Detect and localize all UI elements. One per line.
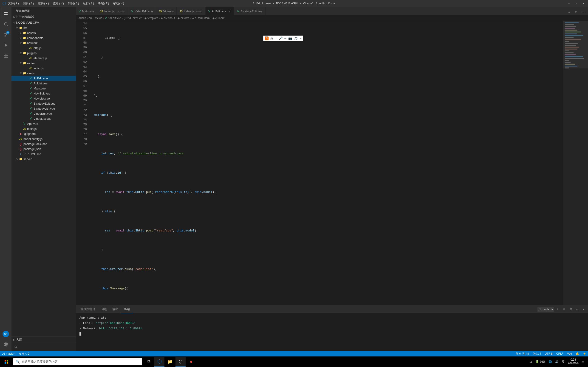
tab-adedit-vue[interactable]: V AdEdit.vue ✕: [206, 7, 234, 15]
ime-scissors-icon[interactable]: ✂: [300, 36, 302, 40]
activity-extensions[interactable]: [1, 51, 10, 60]
menu-run[interactable]: 运行(R): [83, 1, 94, 6]
tab-videoedit-vue[interactable]: V VideoEdit.vue: [128, 7, 156, 15]
tab-video-js[interactable]: JS Video.js: [156, 7, 177, 15]
activity-settings[interactable]: [1, 340, 10, 349]
menu-file[interactable]: 文件(F): [8, 1, 19, 6]
tree-item-gitignore[interactable]: ▷ ◆ .gitignore: [11, 131, 76, 136]
taskbar-chrome[interactable]: ●: [186, 357, 196, 367]
tab-index-router[interactable]: JS index.js ...\router: [97, 7, 128, 15]
tree-item-server[interactable]: ▷ 📁 server: [11, 156, 76, 161]
activity-explorer[interactable]: [1, 9, 10, 18]
taskbar-volume[interactable]: 🔊: [554, 357, 560, 367]
code-editor[interactable]: items: [] } }; }, methods: {: [89, 21, 563, 305]
outline-section[interactable]: ▷ 大纲: [11, 336, 76, 343]
terminal-select[interactable]: 1: node: [537, 307, 554, 312]
status-encoding[interactable]: UTF-8: [543, 351, 554, 357]
status-spaces[interactable]: 空格: 4: [531, 351, 543, 357]
settings-row[interactable]: ⚙: [11, 343, 76, 351]
status-language[interactable]: Vue: [565, 351, 574, 357]
start-button[interactable]: [1, 357, 11, 367]
activity-scm[interactable]: 5K: [1, 30, 10, 40]
ime-mode[interactable]: 英: [270, 36, 273, 40]
taskbar-show-desktop[interactable]: ▭: [580, 357, 586, 367]
tree-item-strategylist[interactable]: ▷ V StrategyList.vue: [11, 106, 76, 111]
split-editor-button[interactable]: ⇔: [566, 9, 572, 15]
tree-item-assets[interactable]: ▷ 📁 assets: [11, 30, 76, 35]
tree-item-app[interactable]: ▷ V App.vue: [11, 121, 76, 126]
breadcrumb-elform[interactable]: el-form: [181, 17, 189, 20]
breadcrumb-views[interactable]: views: [95, 17, 102, 20]
taskbar-network[interactable]: 🌐: [547, 357, 553, 367]
menu-view[interactable]: 查看(V): [53, 1, 64, 6]
activity-search[interactable]: [1, 19, 10, 29]
ime-music-icon[interactable]: 🎵: [294, 36, 298, 40]
tree-item-strategyedit[interactable]: ▷ V StrategyEdit.vue: [11, 101, 76, 106]
taskbar-explorer[interactable]: 📁: [165, 357, 175, 367]
breadcrumb-braces[interactable]: {}: [124, 17, 126, 20]
tree-item-adedit[interactable]: ▷ V AdEdit.vue: [11, 76, 76, 81]
tree-item-src[interactable]: ▽ 📁 src: [11, 25, 76, 30]
taskbar-clock[interactable]: 0:28 2020/4/8: [566, 357, 580, 367]
tree-item-videoedit[interactable]: ▷ V VideoEdit.vue: [11, 111, 76, 116]
panel-close-button[interactable]: ✕: [581, 307, 586, 312]
breadcrumb-divabout[interactable]: div.about: [164, 17, 175, 20]
taskbar-vscode2[interactable]: ⬡: [175, 357, 186, 367]
split-terminal-button[interactable]: ⊟: [561, 307, 567, 312]
taskbar-search[interactable]: 🔍 在这里输入你要搜索的内容: [13, 358, 142, 365]
menu-terminal[interactable]: 终端(T): [98, 1, 109, 6]
panel-tab-problems[interactable]: 问题: [98, 305, 110, 313]
tree-item-http[interactable]: ▷ JS http.js: [11, 45, 76, 50]
ime-camera-icon[interactable]: 📷: [288, 36, 292, 40]
status-line-endings[interactable]: CRLF: [554, 351, 565, 357]
tree-item-router[interactable]: ▽ 📁 router: [11, 60, 76, 66]
tree-item-package[interactable]: ▷ {} package.json: [11, 146, 76, 151]
new-terminal-button[interactable]: +: [555, 307, 561, 312]
tree-item-newedit[interactable]: ▷ V NewEdit.vue: [11, 91, 76, 96]
status-notifications[interactable]: 🔔: [574, 351, 581, 357]
tree-item-plugins[interactable]: ▽ 📁 plugins: [11, 50, 76, 56]
breadcrumb-template[interactable]: template: [147, 17, 158, 20]
panel-tab-output[interactable]: 输出: [110, 305, 121, 313]
close-button[interactable]: ✕: [581, 2, 586, 6]
breadcrumb-elformitem[interactable]: el-form-item: [195, 17, 210, 20]
tree-item-views[interactable]: ▽ 📁 views: [11, 71, 76, 76]
breadcrumb-adeditquote[interactable]: "AdEdit.vue": [127, 17, 142, 20]
tree-item-newlist[interactable]: ▷ V NewList.vue: [11, 96, 76, 101]
ime-mic-icon[interactable]: 🎤: [279, 36, 283, 40]
network-url[interactable]: http://192.168.1.5:8080/: [99, 327, 142, 330]
taskbar-taskview[interactable]: ⧉: [144, 357, 154, 367]
tab-strategyedit-vue[interactable]: V StrategyEdit.vue: [234, 7, 266, 15]
status-position[interactable]: 行 6, 列 48: [514, 351, 531, 357]
taskbar-systray[interactable]: ∧: [529, 357, 534, 367]
taskbar-vscode[interactable]: ⬡: [154, 357, 164, 367]
breadcrumb-admin[interactable]: admin: [78, 17, 86, 20]
tree-item-mainjs[interactable]: ▷ JS main.js: [11, 126, 76, 131]
panel-up-button[interactable]: ∧: [574, 307, 580, 312]
tree-item-packagelock[interactable]: ▷ {} package-lock.json: [11, 141, 76, 146]
breadcrumb-elinput[interactable]: el-input: [216, 17, 225, 20]
tab-index-server[interactable]: JS index.js server: [177, 7, 205, 15]
kill-terminal-button[interactable]: 🗑: [568, 307, 573, 312]
taskbar-battery[interactable]: 🔋 76%: [534, 357, 547, 367]
tree-item-babel[interactable]: ▷ JS babel.config.js: [11, 136, 76, 141]
tree-item-adlist[interactable]: ▷ V AdList.vue: [11, 81, 76, 86]
activity-run[interactable]: [1, 40, 10, 50]
menu-goto[interactable]: 转到(G): [68, 1, 79, 6]
breadcrumb-src[interactable]: src: [89, 17, 93, 20]
more-tabs-button[interactable]: ···: [580, 9, 586, 15]
tree-item-element[interactable]: ▷ JS element.js: [11, 56, 76, 60]
tree-item-readme[interactable]: ▷ ℹ README.md: [11, 151, 76, 156]
open-editors-section[interactable]: ▷ 打开的编辑器: [11, 14, 76, 20]
panel-tab-terminal[interactable]: 终端: [121, 305, 132, 313]
status-errors[interactable]: ⊘ 0 △ 0: [17, 351, 31, 357]
project-section[interactable]: ▽ NODE-VUE-CFM: [11, 20, 76, 25]
tree-item-components[interactable]: ▷ 📁 components: [11, 35, 76, 40]
status-feedback[interactable]: ⚡: [581, 351, 588, 357]
ime-keyboard-icon[interactable]: ⌨: [284, 36, 286, 40]
menu-help[interactable]: 帮助(H): [113, 1, 124, 6]
tree-item-network[interactable]: ▽ 📁 network: [11, 40, 76, 45]
avatar[interactable]: SK: [2, 331, 9, 337]
panel-tab-debug[interactable]: 调试控制台: [78, 305, 98, 313]
local-url[interactable]: http://localhost:8080/: [95, 321, 135, 325]
